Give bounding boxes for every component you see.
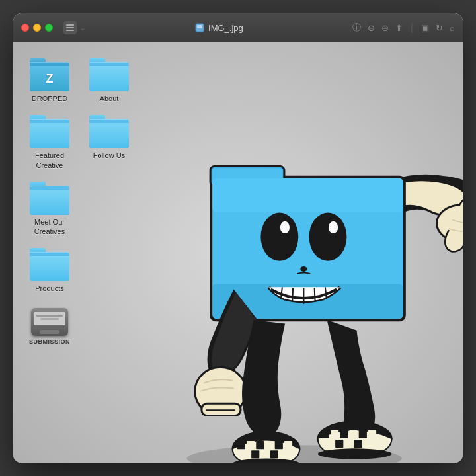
cartoon-character	[99, 62, 463, 463]
svg-rect-33	[275, 441, 283, 449]
disk-submission-label: SUBMISSION	[29, 338, 70, 345]
maximize-button[interactable]	[45, 24, 53, 32]
svg-rect-4	[197, 25, 202, 28]
content-area: Z DROPPED About	[13, 42, 463, 463]
svg-point-15	[280, 221, 290, 233]
folder-featured-icon	[30, 115, 69, 148]
share-icon[interactable]: ⬆	[395, 23, 403, 33]
svg-rect-47	[368, 430, 376, 438]
character-svg	[99, 62, 463, 463]
close-button[interactable]	[21, 24, 29, 32]
folder-products-label: Products	[35, 284, 63, 293]
zoom-out-icon[interactable]: ⊖	[368, 23, 375, 33]
svg-rect-2	[66, 30, 74, 31]
disk-submission-icon	[30, 305, 69, 338]
window-title: IMG_.jpg	[91, 23, 347, 33]
folder-products[interactable]: Products	[23, 245, 76, 296]
svg-rect-49	[335, 440, 343, 448]
svg-rect-34	[284, 441, 292, 449]
svg-rect-32	[265, 441, 273, 449]
svg-rect-44	[340, 430, 348, 438]
chevron-down-icon[interactable]: ⌄	[79, 23, 86, 32]
divider: |	[411, 22, 413, 34]
svg-rect-48	[326, 440, 334, 448]
svg-rect-43	[331, 430, 338, 438]
svg-point-19	[300, 266, 307, 272]
svg-rect-37	[260, 450, 268, 458]
folder-meet-creatives[interactable]: Meet Our Creatives	[23, 179, 76, 239]
titlebar-right-controls: ⓘ ⊖ ⊕ ⬆ | ▣ ↻ ⌕	[352, 22, 455, 34]
svg-rect-52	[364, 440, 372, 448]
svg-rect-11	[212, 178, 403, 212]
folder-featured-creative[interactable]: Featured Creative	[23, 112, 76, 173]
svg-rect-46	[359, 430, 367, 438]
svg-rect-39	[280, 450, 288, 458]
folder-dropped[interactable]: Z DROPPED	[23, 56, 76, 106]
svg-line-23	[315, 288, 315, 301]
sidebar-right-icon[interactable]: ▣	[421, 23, 429, 33]
titlebar-nav-controls: ⌄	[63, 21, 86, 34]
folder-products-icon	[30, 248, 69, 281]
rotate-icon[interactable]: ↻	[436, 23, 443, 33]
svg-rect-30	[247, 441, 255, 449]
svg-rect-38	[270, 450, 278, 458]
traffic-lights	[21, 24, 53, 32]
folder-dropped-label: DROPPED	[32, 94, 67, 103]
svg-point-14	[263, 216, 296, 256]
zoom-in-icon[interactable]: ⊕	[381, 23, 389, 33]
titlebar: ⌄ IMG_.jpg ⓘ ⊖ ⊕ ⬆ | ▣ ↻ ⌕	[13, 13, 463, 42]
svg-rect-31	[256, 441, 264, 449]
window-title-text: IMG_.jpg	[208, 23, 243, 33]
main-window: ⌄ IMG_.jpg ⓘ ⊖ ⊕ ⬆ | ▣ ↻ ⌕	[13, 13, 463, 463]
svg-point-18	[329, 221, 338, 233]
disk-submission[interactable]: SUBMISSION	[23, 303, 76, 348]
file-icon	[195, 23, 204, 32]
folder-meet-label: Meet Our Creatives	[26, 218, 73, 237]
folder-dropped-icon: Z	[30, 58, 69, 91]
svg-rect-36	[251, 450, 259, 458]
svg-rect-51	[354, 440, 362, 448]
sidebar-toggle-button[interactable]	[63, 21, 77, 34]
folder-z-label: Z	[46, 72, 54, 86]
info-icon[interactable]: ⓘ	[352, 22, 361, 34]
svg-line-21	[292, 288, 293, 301]
svg-rect-42	[321, 430, 329, 438]
svg-point-17	[312, 216, 344, 256]
folder-meet-icon	[30, 182, 69, 215]
search-icon[interactable]: ⌕	[450, 23, 455, 33]
svg-point-53	[318, 448, 392, 459]
svg-rect-0	[66, 24, 74, 26]
minimize-button[interactable]	[33, 24, 41, 32]
svg-rect-50	[344, 440, 352, 448]
folder-featured-label: Featured Creative	[26, 151, 73, 170]
svg-rect-29	[237, 441, 245, 449]
svg-rect-35	[242, 450, 250, 458]
svg-rect-45	[349, 430, 357, 438]
svg-rect-1	[66, 27, 74, 28]
